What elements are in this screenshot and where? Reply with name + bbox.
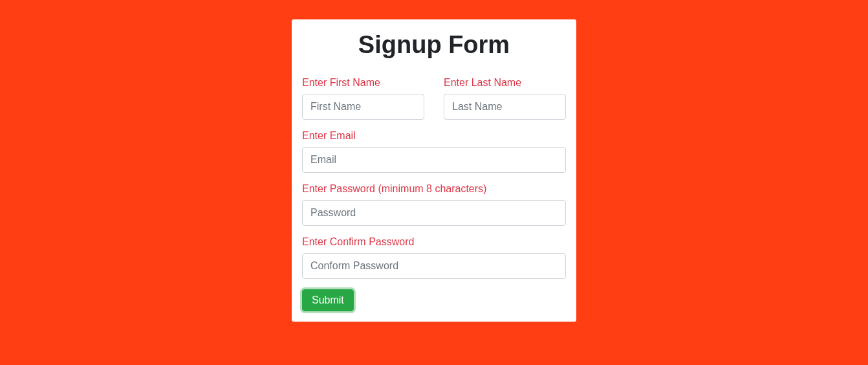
confirm-password-label: Enter Confirm Password xyxy=(302,236,566,248)
email-group: Enter Email xyxy=(302,130,566,173)
confirm-password-group: Enter Confirm Password xyxy=(302,236,566,279)
last-name-group: Enter Last Name xyxy=(444,77,566,120)
email-input[interactable] xyxy=(302,147,566,173)
password-label: Enter Password (minimum 8 characters) xyxy=(302,183,566,195)
signup-form-card: Signup Form Enter First Name Enter Last … xyxy=(292,19,576,322)
password-group: Enter Password (minimum 8 characters) xyxy=(302,183,566,226)
form-title: Signup Form xyxy=(302,31,566,59)
confirm-password-input[interactable] xyxy=(302,253,566,279)
last-name-input[interactable] xyxy=(444,94,566,120)
last-name-label: Enter Last Name xyxy=(444,77,566,89)
email-label: Enter Email xyxy=(302,130,566,142)
first-name-group: Enter First Name xyxy=(302,77,424,120)
submit-button[interactable]: Submit xyxy=(302,289,354,311)
name-row: Enter First Name Enter Last Name xyxy=(302,77,566,120)
first-name-input[interactable] xyxy=(302,94,424,120)
first-name-label: Enter First Name xyxy=(302,77,424,89)
password-input[interactable] xyxy=(302,200,566,226)
